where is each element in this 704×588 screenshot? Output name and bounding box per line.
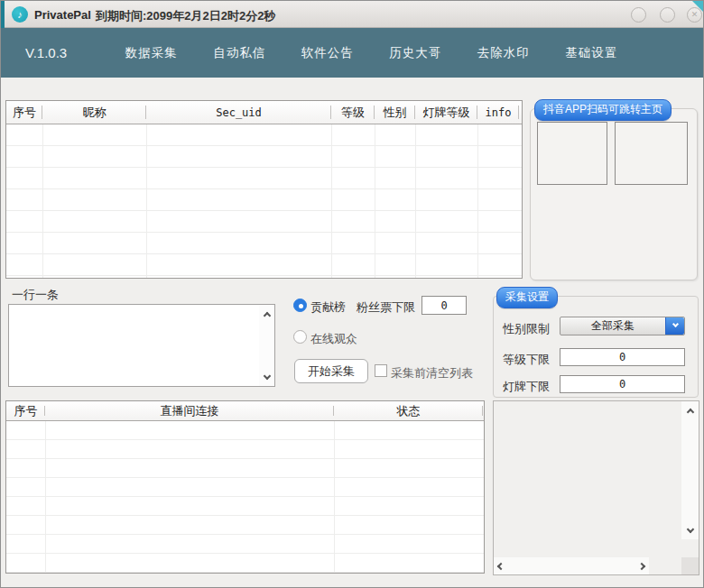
radio-online-label: 在线观众 bbox=[310, 331, 357, 347]
room-table-body bbox=[6, 421, 484, 573]
nav-items: 数据采集 自动私信 软件公告 历史大哥 去除水印 基础设置 bbox=[107, 28, 635, 78]
expiry-time-text: 到期时间:2099年2月2日2时2分2秒 bbox=[96, 8, 275, 24]
nav-bar: V.1.0.3 数据采集 自动私信 软件公告 历史大哥 去除水印 基础设置 bbox=[1, 28, 704, 78]
fan-ticket-input[interactable] bbox=[421, 296, 467, 315]
scrollbar-corner bbox=[681, 557, 699, 574]
nav-item-data-collect[interactable]: 数据采集 bbox=[125, 45, 178, 61]
minimize-button[interactable] bbox=[631, 7, 646, 23]
chevron-down-icon[interactable] bbox=[665, 317, 684, 335]
gender-limit-label: 性别限制 bbox=[503, 321, 550, 337]
nav-item-announcement[interactable]: 软件公告 bbox=[301, 45, 354, 61]
nav-item-auto-message[interactable]: 自动私信 bbox=[213, 45, 265, 61]
result-horizontal-scrollbar[interactable] bbox=[494, 557, 649, 574]
result-vertical-scrollbar[interactable] bbox=[681, 401, 699, 539]
radio-contribution-label: 贡献榜 bbox=[310, 299, 346, 316]
user-table-header: 序号 昵称 Sec_uid 等级 性别 灯牌等级 info bbox=[6, 101, 522, 124]
scroll-down-icon[interactable] bbox=[681, 523, 699, 538]
nav-item-watermark[interactable]: 去除水印 bbox=[477, 45, 530, 61]
qr-code-box-2 bbox=[615, 122, 688, 185]
title-bar: ♪ PrivatePal 到期时间:2099年2月2日2时2分2秒 ✕ bbox=[1, 1, 704, 28]
nav-item-settings[interactable]: 基础设置 bbox=[565, 45, 617, 61]
collect-settings-title: 采集设置 bbox=[496, 287, 558, 308]
col-level[interactable]: 等级 bbox=[331, 101, 375, 124]
room-table: 序号 直播间连接 状态 bbox=[5, 400, 485, 574]
scroll-left-icon[interactable] bbox=[497, 562, 505, 569]
scroll-down-icon[interactable] bbox=[259, 370, 274, 385]
gender-limit-select[interactable]: 全部采集 bbox=[560, 317, 685, 335]
col-room-index[interactable]: 序号 bbox=[6, 401, 45, 420]
lines-label: 一行一条 bbox=[12, 287, 59, 303]
user-table-body bbox=[6, 124, 522, 278]
clear-before-collect-checkbox[interactable] bbox=[375, 364, 387, 377]
start-collect-button[interactable]: 开始采集 bbox=[294, 359, 368, 383]
col-badge-level[interactable]: 灯牌等级 bbox=[415, 101, 477, 124]
user-table: 序号 昵称 Sec_uid 等级 性别 灯牌等级 info bbox=[5, 100, 523, 279]
version-label: V.1.0.3 bbox=[25, 45, 67, 60]
scroll-up-icon[interactable] bbox=[259, 306, 274, 321]
app-window: ♪ PrivatePal 到期时间:2099年2月2日2时2分2秒 ✕ V.1.… bbox=[0, 0, 704, 588]
col-index[interactable]: 序号 bbox=[6, 101, 42, 124]
app-name: PrivatePal bbox=[34, 8, 91, 22]
lines-textarea[interactable] bbox=[8, 304, 275, 387]
radio-online-viewers[interactable] bbox=[293, 330, 307, 344]
col-nickname[interactable]: 昵称 bbox=[42, 101, 146, 124]
nav-item-history[interactable]: 历史大哥 bbox=[389, 45, 441, 61]
corner-accent bbox=[692, 1, 704, 14]
col-room-link[interactable]: 直播间连接 bbox=[45, 401, 334, 420]
maximize-button[interactable] bbox=[660, 7, 675, 23]
clear-before-collect-label: 采集前清空列表 bbox=[391, 365, 473, 381]
result-listbox[interactable] bbox=[493, 400, 699, 575]
app-logo-icon: ♪ bbox=[12, 6, 28, 23]
scroll-right-icon[interactable] bbox=[638, 562, 645, 569]
qr-panel-title: 抖音APP扫码可跳转主页 bbox=[534, 99, 672, 121]
col-room-status[interactable]: 状态 bbox=[334, 401, 483, 420]
radio-contribution-list[interactable] bbox=[293, 299, 307, 312]
left-accent-strip bbox=[1, 1, 5, 28]
room-table-header: 序号 直播间连接 状态 bbox=[6, 401, 484, 421]
badge-min-input[interactable] bbox=[560, 375, 685, 393]
level-min-input[interactable] bbox=[560, 348, 685, 366]
gender-limit-value: 全部采集 bbox=[560, 317, 665, 335]
col-sec-uid[interactable]: Sec_uid bbox=[146, 101, 331, 124]
col-gender[interactable]: 性别 bbox=[375, 101, 415, 124]
lines-scrollbar[interactable] bbox=[259, 305, 274, 386]
badge-min-label: 灯牌下限 bbox=[503, 379, 550, 395]
scroll-up-icon[interactable] bbox=[681, 402, 699, 418]
qr-code-box-1 bbox=[537, 122, 607, 185]
level-min-label: 等级下限 bbox=[503, 352, 550, 368]
fan-ticket-label: 粉丝票下限 bbox=[357, 299, 415, 316]
col-info[interactable]: info bbox=[477, 101, 519, 124]
